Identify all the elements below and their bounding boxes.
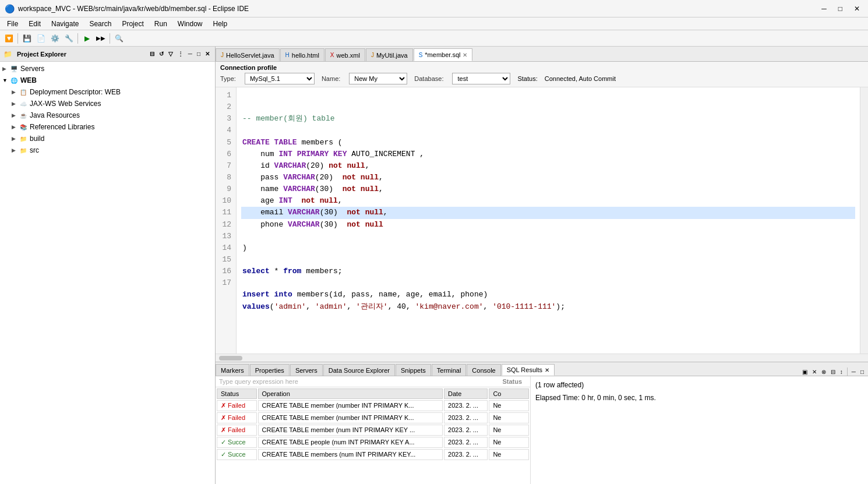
- menu-item-run[interactable]: Run: [150, 19, 172, 29]
- bottom-toolbar-btn-7[interactable]: □: [859, 368, 866, 376]
- name-label: Name:: [322, 75, 340, 82]
- sql-row-1[interactable]: ✗ Failed CREATE TABLE member (number INT…: [217, 412, 529, 423]
- tab-hello-html[interactable]: H hello.html: [280, 48, 324, 61]
- minimize-view-icon[interactable]: ─: [186, 50, 194, 58]
- code-line-17[interactable]: values('admin', 'admin', '관리자', 40, 'kim…: [241, 301, 855, 313]
- btab-close-sql-results[interactable]: ✕: [545, 367, 549, 373]
- toolbar-btn-save[interactable]: 💾: [20, 32, 33, 45]
- sql-cell-co-4: Ne: [489, 449, 529, 460]
- btab-console[interactable]: Console: [467, 364, 500, 376]
- menu-item-edit[interactable]: Edit: [24, 19, 45, 29]
- code-line-14[interactable]: select * from members;: [241, 266, 855, 277]
- btab-properties[interactable]: Properties: [250, 364, 290, 376]
- menu-item-help[interactable]: Help: [209, 19, 232, 29]
- close-button[interactable]: ✕: [851, 5, 863, 13]
- tree-item-servers[interactable]: ▶ 🖥️ Servers: [0, 63, 215, 75]
- close-view-icon[interactable]: ✕: [203, 50, 211, 58]
- btab-datasource[interactable]: Data Source Explorer: [323, 364, 395, 376]
- tab-helloservlet[interactable]: J HelloServlet.java: [216, 48, 280, 61]
- code-line-11[interactable]: [241, 231, 855, 242]
- collapse-all-icon[interactable]: ⊟: [148, 50, 156, 58]
- sql-row-4[interactable]: ✓ Succe CREATE TABLE members (num INT PR…: [217, 449, 529, 460]
- tree-item-jaxws[interactable]: ▶ ☁️ JAX-WS Web Services: [0, 98, 215, 109]
- tab-close-member-sql[interactable]: ✕: [463, 52, 467, 58]
- bottom-toolbar-btn-6[interactable]: ─: [850, 368, 858, 376]
- sql-row-2[interactable]: ✗ Failed CREATE TABLE member (num INT PR…: [217, 425, 529, 436]
- name-select[interactable]: New My: [349, 73, 407, 84]
- code-line-6[interactable]: pass VARCHAR(20) not null,: [241, 172, 855, 183]
- tree-arrow-src: ▶: [12, 147, 19, 153]
- code-line-1[interactable]: -- member(회원) table: [241, 113, 855, 125]
- filter-icon[interactable]: ▽: [167, 50, 175, 58]
- tree-item-web[interactable]: ▼ 🌐 WEB: [0, 75, 215, 86]
- tree-item-referenced-libraries[interactable]: ▶ 📚 Referenced Libraries: [0, 121, 215, 133]
- tab-icon-xml: X: [330, 52, 334, 58]
- sql-row-0[interactable]: ✗ Failed CREATE TABLE member (number INT…: [217, 400, 529, 411]
- btab-snippets[interactable]: Snippets: [396, 364, 431, 376]
- code-line-4[interactable]: num INT PRIMARY KEY AUTO_INCREMENT ,: [241, 149, 855, 160]
- h-scroll-thumb[interactable]: [219, 356, 242, 361]
- btab-sql-results[interactable]: SQL Results ✕: [502, 364, 555, 376]
- tab-myutil[interactable]: J MyUtil.java: [366, 48, 413, 61]
- bottom-toolbar-btn-2[interactable]: ✕: [810, 368, 818, 376]
- code-line-9[interactable]: email VARCHAR(30) not null,: [241, 207, 855, 218]
- bottom-toolbar-btn-4[interactable]: ⊟: [829, 368, 837, 376]
- col-date: Date: [444, 388, 488, 399]
- vertical-scrollbar[interactable]: [860, 87, 868, 354]
- code-line-8[interactable]: age INT not null,: [241, 195, 855, 207]
- tree-arrow-jaxws: ▶: [12, 101, 19, 107]
- maximize-button[interactable]: □: [835, 5, 846, 13]
- btab-terminal[interactable]: Terminal: [432, 364, 467, 376]
- toolbar-btn-2[interactable]: 📄: [34, 32, 47, 45]
- sql-row-3[interactable]: ✓ Succe CREATE TABLE people (num INT PRI…: [217, 437, 529, 448]
- type-select[interactable]: MySql_5.1: [245, 73, 315, 84]
- code-line-13[interactable]: [241, 254, 855, 266]
- tab-member-sql[interactable]: S *member.sql ✕: [414, 48, 473, 61]
- code-line-3[interactable]: CREATE TABLE members (: [241, 137, 855, 149]
- toolbar-btn-search[interactable]: 🔍: [112, 32, 125, 45]
- code-line-16[interactable]: insert into members(id, pass, name, age,…: [241, 289, 855, 301]
- code-editor[interactable]: 1234567891011121314151617 -- member(회원) …: [216, 87, 868, 354]
- sql-query-bar[interactable]: Type query expression here Status: [216, 376, 530, 387]
- tree-item-java-resources[interactable]: ▶ ☕ Java Resources: [0, 109, 215, 121]
- toolbar-btn-debug[interactable]: ▶▶: [94, 32, 107, 45]
- bottom-toolbar-btn-5[interactable]: ↕: [838, 368, 845, 376]
- toolbar-btn-4[interactable]: 🔧: [62, 32, 75, 45]
- toolbar-btn-3[interactable]: ⚙️: [48, 32, 61, 45]
- tree-arrow-web: ▼: [2, 77, 9, 83]
- view-menu-icon[interactable]: ⋮: [176, 50, 185, 58]
- bottom-toolbar-btn-1[interactable]: ▣: [800, 368, 809, 376]
- menu-item-window[interactable]: Window: [173, 19, 207, 29]
- horizontal-scrollbar[interactable]: [216, 354, 868, 362]
- toolbar-separator-1: [17, 33, 18, 44]
- code-line-10[interactable]: phone VARCHAR(30) not null: [241, 219, 855, 231]
- menu-item-project[interactable]: Project: [117, 19, 148, 29]
- btab-servers[interactable]: Servers: [290, 364, 323, 376]
- code-line-12[interactable]: ): [241, 242, 855, 254]
- tree-arrow-servers: ▶: [2, 66, 9, 72]
- sql-table[interactable]: Status Operation Date Co ✗ Failed CREATE…: [216, 387, 530, 484]
- menu-item-file[interactable]: File: [2, 19, 23, 29]
- btab-markers[interactable]: Markers: [216, 364, 249, 376]
- code-line-2[interactable]: [241, 125, 855, 136]
- tab-webxml[interactable]: X web.xml: [325, 48, 365, 61]
- toolbar-btn-run[interactable]: ▶: [80, 32, 93, 45]
- code-line-7[interactable]: name VARCHAR(30) not null,: [241, 183, 855, 195]
- code-line-5[interactable]: id VARCHAR(20) not null,: [241, 160, 855, 172]
- tree-item-src[interactable]: ▶ 📁 src: [0, 144, 215, 156]
- database-select[interactable]: test: [452, 73, 510, 84]
- code-content[interactable]: -- member(회원) table CREATE TABLE members…: [237, 87, 860, 354]
- tree-item-deployment[interactable]: ▶ 📋 Deployment Descriptor: WEB: [0, 86, 215, 98]
- menu-item-search[interactable]: Search: [84, 19, 116, 29]
- tab-label-webxml: web.xml: [337, 52, 360, 59]
- tree-item-build[interactable]: ▶ 📁 build: [0, 133, 215, 144]
- sync-icon[interactable]: ↺: [157, 50, 165, 58]
- editor-tabs: J HelloServlet.java H hello.html X web.x…: [216, 47, 868, 62]
- sql-cell-date-3: 2023. 2. ...: [444, 437, 488, 448]
- bottom-toolbar-btn-3[interactable]: ⊗: [820, 368, 828, 376]
- minimize-button[interactable]: ─: [818, 5, 830, 13]
- maximize-view-icon[interactable]: □: [195, 50, 202, 58]
- toolbar-btn-1[interactable]: 🔽: [2, 32, 15, 45]
- code-line-15[interactable]: [241, 277, 855, 289]
- menu-item-navigate[interactable]: Navigate: [47, 19, 83, 29]
